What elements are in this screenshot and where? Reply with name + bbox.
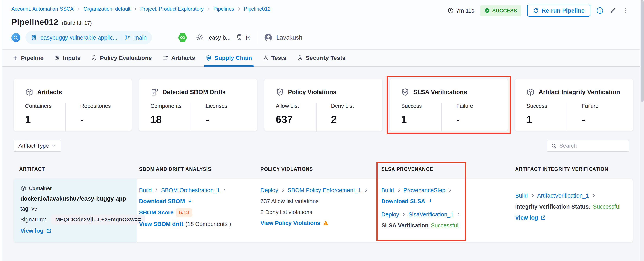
view-policy-violations-link[interactable]: View Policy Violations xyxy=(260,220,320,226)
database-icon xyxy=(236,33,243,41)
step-link[interactable]: SBOM Orchestration_1 xyxy=(161,187,220,194)
view-policy-violations-row: View Policy Violations xyxy=(260,219,370,227)
stat-value: 637 xyxy=(276,113,316,125)
step-link[interactable]: ArtifactVerification_1 xyxy=(537,193,589,199)
cell-policy-violations: Deploy SBOM Policy Enforcement_1 637 All… xyxy=(260,179,370,242)
search-icon xyxy=(551,143,557,149)
step-link[interactable]: SBOM Policy Enforcement_1 xyxy=(288,187,361,194)
stat-value: 2 xyxy=(331,113,354,125)
clock-icon xyxy=(448,7,454,14)
card-sbom-drifts: Detected SBOM Drifts Components18 Licens… xyxy=(139,79,257,131)
tab-supply-chain[interactable]: Supply Chain xyxy=(206,50,252,66)
more-options-button[interactable] xyxy=(622,7,629,14)
scrollbar-thumb[interactable] xyxy=(641,0,644,102)
shield-link-icon xyxy=(206,55,212,61)
sliders-icon xyxy=(54,55,60,61)
artifact-view-log-row: View log xyxy=(20,228,137,234)
chevron-right-icon xyxy=(401,212,406,217)
slsa-shield-icon xyxy=(401,88,409,96)
integrity-status-value: Successful xyxy=(593,204,620,210)
column-header-integrity: ARTIFACT INTEGRITY VERIFICATION xyxy=(515,166,608,172)
page-scrollbar[interactable] xyxy=(640,0,644,261)
stat-label: Containers xyxy=(25,103,66,109)
download-sbom-row: Download SBOM xyxy=(139,197,249,205)
tab-inputs[interactable]: Inputs xyxy=(54,50,80,66)
stage-name-truncated: easy-b... xyxy=(209,34,230,41)
card-slsa-verifications: SLSA Verifications Success1 Failure- xyxy=(390,79,508,131)
rerun-label: Re-run Pipeline xyxy=(542,7,585,14)
slsa-verification-status-row: SLSA Verification Successful xyxy=(381,222,474,229)
active-tab-underline xyxy=(204,65,254,66)
stage-link[interactable]: Build xyxy=(139,187,152,194)
stat-value: 1 xyxy=(401,113,442,125)
container-cube-icon xyxy=(20,186,26,191)
stage-link[interactable]: Deploy xyxy=(260,187,278,194)
git-branch-icon xyxy=(125,35,131,40)
tab-pipeline[interactable]: Pipeline xyxy=(12,50,44,66)
stat-value: 1 xyxy=(25,113,66,125)
repo-branch-pill[interactable]: easybuggy-vulnerable-applic... main xyxy=(26,31,152,44)
stage-link[interactable]: Build xyxy=(515,193,528,199)
view-sbom-drift-link[interactable]: View SBOM drift xyxy=(139,221,183,227)
tab-security-tests[interactable]: Security Tests xyxy=(297,50,346,66)
stat-value: 18 xyxy=(150,113,191,125)
warning-icon xyxy=(322,220,329,226)
shield-search-icon xyxy=(297,55,303,61)
card-title: SLSA Verifications xyxy=(413,89,467,96)
breadcrumb-account[interactable]: Account: Automation-SSCA xyxy=(11,6,74,12)
cell-slsa-provenance: Build ProvenanceStep Download SLSA Deplo… xyxy=(381,179,474,242)
artifact-type-dropdown[interactable]: Artifact Type xyxy=(14,140,61,152)
breadcrumb-current[interactable]: Pipeline012 xyxy=(244,6,270,12)
cell-sbom-drift: Build SBOM Orchestration_1 Download SBOM… xyxy=(139,179,249,242)
cell-artifact: Container docker.io/lavakush07/easy-bugg… xyxy=(14,179,137,242)
sbom-score-link[interactable]: SBOM Score xyxy=(139,209,174,216)
breadcrumb-pipelines[interactable]: Pipelines xyxy=(214,6,234,12)
column-header-sbom: SBOM AND DRIFT ANALYSIS xyxy=(139,166,211,172)
tab-policy-evaluations[interactable]: Policy Evaluations xyxy=(91,50,152,66)
integrity-step-breadcrumb: Build ArtifactVerification_1 xyxy=(515,192,640,200)
triggered-by-user: Lavakush xyxy=(276,34,302,41)
collapsed-nav-strip[interactable] xyxy=(0,0,2,261)
column-header-slsa: SLSA PROVENANCE xyxy=(381,166,433,172)
card-stats: Components18 Licenses- xyxy=(150,103,257,132)
stage-link[interactable]: Build xyxy=(381,187,394,194)
rerun-pipeline-button[interactable]: Re-run Pipeline xyxy=(527,4,590,17)
stat-label: Components xyxy=(150,103,191,109)
edit-button[interactable] xyxy=(610,7,616,14)
stat-label: Failure xyxy=(582,103,598,109)
sbom-step-breadcrumb: Build SBOM Orchestration_1 xyxy=(139,186,249,194)
stage-link[interactable]: Deploy xyxy=(381,211,399,218)
artifact-tag: tag: v5 xyxy=(20,206,137,212)
chevron-right-icon xyxy=(591,193,596,198)
view-log-link[interactable]: View log xyxy=(20,228,43,234)
tab-label: Inputs xyxy=(63,55,80,61)
download-sbom-link[interactable]: Download SBOM xyxy=(139,198,185,205)
artifact-image-name: docker.io/lavakush07/easy-buggy-app xyxy=(20,195,137,202)
shield-check-icon xyxy=(91,55,97,61)
chevron-right-icon xyxy=(237,7,241,11)
tab-artifacts[interactable]: Artifacts xyxy=(162,50,195,66)
slsa-provenance-breadcrumb: Build ProvenanceStep xyxy=(381,186,474,194)
search-input[interactable] xyxy=(560,143,625,149)
tab-tests[interactable]: Tests xyxy=(263,50,286,66)
step-link[interactable]: SlsaVerification_1 xyxy=(408,211,454,218)
integrity-view-log-row: View log xyxy=(515,214,640,222)
chevron-right-icon xyxy=(448,188,452,193)
allow-list-violations: 637 Allow list violations xyxy=(260,197,370,205)
card-stats: Success1 Failure- xyxy=(401,103,508,132)
pipeline-icon xyxy=(12,55,18,61)
duration-text: 7m 11s xyxy=(456,7,474,14)
artifact-type-label: Artifact Type xyxy=(18,143,49,149)
repo-name: easybuggy-vulnerable-applic... xyxy=(40,34,117,41)
step-link[interactable]: ProvenanceStep xyxy=(404,187,446,194)
breadcrumb-project[interactable]: Project: Product Exploratory xyxy=(140,6,204,12)
download-slsa-link[interactable]: Download SLSA xyxy=(381,198,425,205)
tab-label: Tests xyxy=(272,55,286,61)
view-log-link[interactable]: View log xyxy=(515,215,538,221)
stat-value: - xyxy=(80,113,111,125)
card-artifact-integrity: Artifact Integrity Verification Success1… xyxy=(515,79,633,131)
trigger-icon xyxy=(11,33,20,42)
breadcrumb-org[interactable]: Organization: default xyxy=(84,6,130,12)
info-button[interactable] xyxy=(596,7,604,14)
settings-indicator xyxy=(196,33,204,42)
